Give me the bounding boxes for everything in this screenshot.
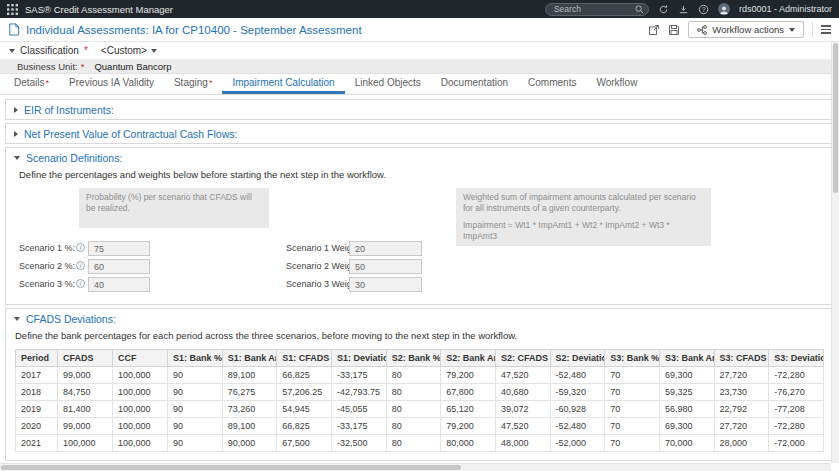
save-icon[interactable]	[668, 24, 680, 36]
page-header: Individual Assessments: IA for CP10400 -…	[0, 18, 839, 42]
app-grid-icon[interactable]	[7, 4, 18, 15]
column-header[interactable]: S1: Bank Amt	[222, 350, 277, 367]
table-cell: 54,945	[277, 401, 332, 418]
download-icon[interactable]	[678, 4, 689, 15]
help-icon[interactable]: ?	[698, 4, 709, 15]
cfads-table-body: 201799,000100,0009089,10066,825-33,17580…	[16, 367, 824, 452]
panel-eir-header[interactable]: EIR of Instruments:	[6, 100, 833, 119]
column-header[interactable]: S1: Bank %	[168, 350, 223, 367]
tab-details[interactable]: Details*	[4, 74, 59, 94]
table-cell: -32,500	[331, 435, 386, 452]
probability-hint: Probability (%) per scenario that CFADS …	[79, 188, 269, 228]
column-header[interactable]: S3: CFADS	[714, 350, 769, 367]
menu-icon[interactable]	[821, 25, 831, 34]
table-cell: 79,200	[441, 418, 496, 435]
horizontal-scrollbar[interactable]	[0, 463, 831, 471]
table-cell: 70	[605, 401, 660, 418]
scenario-2-percent-input[interactable]	[88, 259, 150, 274]
table-cell: 70	[605, 435, 660, 452]
collapse-caret-icon[interactable]	[9, 49, 15, 53]
tab-comments[interactable]: Comments	[518, 74, 586, 94]
info-icon[interactable]	[76, 243, 85, 252]
table-row[interactable]: 201799,000100,0009089,10066,825-33,17580…	[16, 367, 824, 384]
table-cell: 2019	[16, 401, 58, 418]
user-avatar[interactable]	[718, 3, 730, 15]
panel-npv-header[interactable]: Net Present Value of Contractual Cash Fl…	[6, 124, 833, 143]
table-cell: 2017	[16, 367, 58, 384]
column-header[interactable]: S2: Bank Amt	[441, 350, 496, 367]
search-icon[interactable]	[635, 5, 644, 16]
tab-previous-ia-validity[interactable]: Previous IA Validity	[59, 74, 164, 94]
column-header[interactable]: S3: Bank %	[605, 350, 660, 367]
search-input[interactable]	[545, 3, 649, 16]
scenario-2-percent-label: Scenario 2 %:	[19, 261, 75, 271]
tab-linked-objects[interactable]: Linked Objects	[345, 74, 431, 94]
tab-impairment-calculation[interactable]: Impairment Calculation	[222, 74, 344, 94]
table-cell: 40,680	[495, 384, 550, 401]
divider	[812, 22, 813, 37]
column-header[interactable]: S1: CFADS	[277, 350, 332, 367]
panel-title: CFADS Deviations:	[26, 313, 116, 325]
column-header[interactable]: S1: Deviation	[331, 350, 386, 367]
panel-scenario-definitions: Scenario Definitions: Define the percent…	[5, 147, 834, 305]
weight-hint: Weighted sum of impairment amounts calcu…	[456, 188, 711, 246]
column-header[interactable]: S2: Deviation	[550, 350, 605, 367]
table-cell: 90	[168, 435, 223, 452]
table-row[interactable]: 202099,000100,0009089,10066,825-33,17580…	[16, 418, 824, 435]
column-header[interactable]: S3: Bank Amt	[659, 350, 714, 367]
table-cell: 47,520	[495, 418, 550, 435]
table-cell: 67,800	[441, 384, 496, 401]
tab-staging[interactable]: Staging*	[164, 74, 222, 94]
scenario-1-weight-input[interactable]	[349, 241, 422, 256]
column-header[interactable]: CFADS	[58, 350, 113, 367]
scenario-3-weight-input[interactable]	[349, 277, 422, 292]
panel-scenario-header[interactable]: Scenario Definitions:	[6, 148, 833, 167]
horizontal-scrollbar-thumb[interactable]	[1, 465, 461, 470]
table-cell: 70	[605, 367, 660, 384]
expand-caret-icon	[14, 107, 18, 113]
classification-dropdown[interactable]: <Custom>	[99, 45, 159, 56]
assessment-document-icon	[8, 23, 20, 36]
page-title: Individual Assessments: IA for CP10400 -…	[26, 24, 362, 36]
tab-workflow[interactable]: Workflow	[586, 74, 647, 94]
table-cell: 99,000	[58, 367, 113, 384]
column-header[interactable]: Period	[16, 350, 58, 367]
tab-documentation[interactable]: Documentation	[431, 74, 518, 94]
column-header[interactable]: S2: Bank %	[386, 350, 441, 367]
scenario-2-weight-input[interactable]	[349, 259, 422, 274]
table-row[interactable]: 2021100,000100,0009090,00067,500-32,5008…	[16, 435, 824, 452]
vertical-scrollbar[interactable]	[831, 42, 839, 463]
main-content: EIR of Instruments: Net Present Value of…	[0, 95, 839, 463]
tab-bar: Details* Previous IA Validity Staging* I…	[0, 74, 839, 95]
table-cell: 2020	[16, 418, 58, 435]
panel-cfads-header[interactable]: CFADS Deviations:	[6, 309, 833, 328]
table-cell: 27,720	[714, 418, 769, 435]
table-cell: 100,000	[58, 435, 113, 452]
classification-row: Classification * <Custom>	[0, 42, 839, 59]
vertical-scrollbar-thumb[interactable]	[833, 43, 838, 193]
table-row[interactable]: 201884,750100,0009076,27557,206.25-42,79…	[16, 384, 824, 401]
scenario-3-percent-input[interactable]	[88, 277, 150, 292]
info-icon[interactable]	[76, 261, 85, 270]
table-row[interactable]: 201981,400100,0009073,26054,945-45,05580…	[16, 401, 824, 418]
table-cell: 80	[386, 418, 441, 435]
export-icon[interactable]	[648, 24, 660, 36]
panel-eir: EIR of Instruments:	[5, 99, 834, 120]
workflow-actions-button[interactable]: Workflow actions	[688, 21, 804, 38]
table-cell: 70	[605, 384, 660, 401]
table-cell: 2018	[16, 384, 58, 401]
info-icon[interactable]	[76, 279, 85, 288]
table-cell: 100,000	[113, 367, 168, 384]
panel-title: Scenario Definitions:	[26, 152, 122, 164]
table-cell: -77,208	[769, 401, 824, 418]
cfads-instruction: Define the bank percentages for each per…	[15, 330, 824, 341]
business-unit-row: Business Unit: * Quantum Bancorp	[0, 59, 839, 74]
column-header[interactable]: CCF	[113, 350, 168, 367]
column-header[interactable]: S3: Deviation	[769, 350, 824, 367]
history-icon[interactable]	[658, 4, 669, 15]
table-cell: 80	[386, 401, 441, 418]
column-header[interactable]: S2: CFADS	[495, 350, 550, 367]
impairment-formula: Impairment = Wt1 * ImpAmt1 + Wt2 * ImpAm…	[463, 220, 704, 242]
scenario-1-percent-input[interactable]	[88, 241, 150, 256]
table-cell: 89,100	[222, 418, 277, 435]
